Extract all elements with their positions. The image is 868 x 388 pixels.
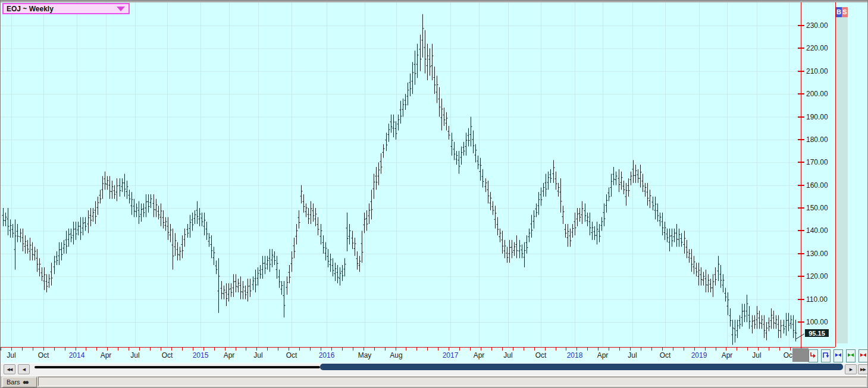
date-tick: [566, 348, 566, 351]
date-tick: [513, 348, 513, 351]
tab-bars-label: Bars: [7, 378, 20, 386]
month-label: Oct: [660, 351, 671, 359]
month-label: Oct: [38, 351, 49, 359]
date-tick: [214, 348, 215, 351]
price-tick-label: 200.00: [806, 90, 828, 98]
date-tick: [502, 348, 503, 351]
vertical-scroll-strip[interactable]: [836, 7, 848, 343]
date-tick: [364, 348, 364, 351]
date-tick: [118, 348, 118, 351]
date-tick: [246, 348, 246, 351]
date-tick: [737, 348, 737, 351]
date-tick: [1, 348, 1, 351]
date-tick: [289, 348, 289, 351]
symbol-timeframe-dropdown[interactable]: EOJ ~ Weekly: [2, 3, 130, 14]
month-label: Apr: [474, 351, 485, 359]
zoom-x-button[interactable]: [833, 349, 843, 362]
price-tick-label: 180.00: [806, 135, 828, 144]
date-tick: [684, 348, 684, 351]
symbol-timeframe-label: EOJ ~ Weekly: [4, 5, 117, 13]
year-label: 2016: [319, 351, 335, 359]
date-tick: [96, 348, 97, 351]
price-chart-canvas[interactable]: [1, 1, 801, 347]
price-tick: [798, 207, 804, 209]
date-tick: [256, 348, 257, 351]
date-tick: [267, 348, 268, 351]
bracket-arrow-icon: [822, 351, 829, 361]
date-tick: [182, 348, 183, 351]
month-label: Oct: [286, 351, 297, 359]
date-tick: [107, 348, 108, 351]
year-label: 2018: [567, 351, 583, 359]
scroll-far-right-button[interactable]: ▶▶: [858, 364, 868, 374]
tab-bar-empty-area: [38, 377, 866, 386]
zoom-y-button[interactable]: [846, 349, 856, 362]
date-axis-end-block: [792, 348, 809, 362]
sell-button[interactable]: S: [842, 7, 848, 17]
date-tick: [43, 348, 44, 351]
date-tick: [556, 348, 556, 351]
date-tick: [534, 348, 535, 351]
right-arrow-icon: ▶: [850, 367, 852, 371]
step-scroll-button[interactable]: [821, 349, 831, 362]
date-tick: [299, 348, 300, 351]
date-tick: [545, 348, 546, 351]
date-tick: [694, 348, 695, 351]
date-tick: [481, 348, 481, 351]
date-tick: [673, 348, 673, 351]
date-tick: [65, 348, 65, 351]
date-tick: [630, 348, 631, 351]
month-label: Apr: [224, 351, 235, 359]
month-label: Aug: [390, 351, 402, 359]
year-label: 2014: [69, 351, 85, 359]
date-tick: [342, 348, 343, 351]
left-arrow-icon: ◀: [23, 367, 25, 371]
date-tick: [353, 348, 353, 351]
bowtie-icon: [847, 351, 854, 361]
price-tick: [798, 185, 804, 186]
date-tick: [449, 348, 449, 351]
date-tick: [203, 348, 204, 351]
date-tick: [619, 348, 620, 351]
date-tick: [491, 348, 492, 351]
year-label: 2019: [691, 351, 707, 359]
price-tick: [798, 139, 804, 140]
price-axis-line: [801, 2, 801, 363]
price-tick-label: 150.00: [806, 204, 828, 212]
chart-window: EOJ ~ Weekly 100.00110.00120.00130.00140…: [0, 0, 868, 388]
date-tick: [374, 348, 375, 351]
date-tick: [524, 348, 524, 351]
price-tick-label: 230.00: [806, 21, 828, 30]
date-tick: [576, 348, 577, 351]
price-tick: [798, 276, 804, 277]
date-tick: [76, 348, 76, 351]
date-tick: [86, 348, 86, 351]
month-label: Apr: [101, 351, 112, 359]
scrollbar-thumb[interactable]: [320, 364, 843, 370]
price-tick-label: 220.00: [806, 44, 828, 52]
year-label: 2015: [193, 351, 209, 359]
scroll-right-button[interactable]: ▶: [845, 364, 857, 374]
price-tick-label: 170.00: [806, 158, 828, 166]
price-tick: [798, 48, 804, 49]
date-tick: [406, 348, 406, 351]
price-tick-label: 120.00: [806, 272, 828, 280]
zoom-reset-button[interactable]: [858, 349, 868, 362]
month-label: Jul: [503, 351, 512, 359]
month-label: Jul: [752, 351, 761, 359]
pan-to-end-button[interactable]: [809, 349, 818, 362]
price-tick-label: 160.00: [806, 181, 828, 190]
date-tick: [236, 348, 236, 351]
scrollbar-track[interactable]: [35, 366, 320, 368]
month-label: Jul: [130, 351, 139, 359]
scroll-far-left-button[interactable]: ◀◀: [4, 364, 15, 374]
date-tick: [396, 348, 396, 351]
scroll-left-button[interactable]: ◀: [18, 364, 30, 374]
tab-bars[interactable]: Bars ●●: [2, 377, 37, 387]
date-tick: [651, 348, 652, 351]
date-tick: [662, 348, 663, 351]
date-tick: [193, 348, 193, 351]
buy-button[interactable]: B: [836, 7, 842, 17]
date-tick: [438, 348, 438, 351]
price-tick: [798, 299, 804, 300]
